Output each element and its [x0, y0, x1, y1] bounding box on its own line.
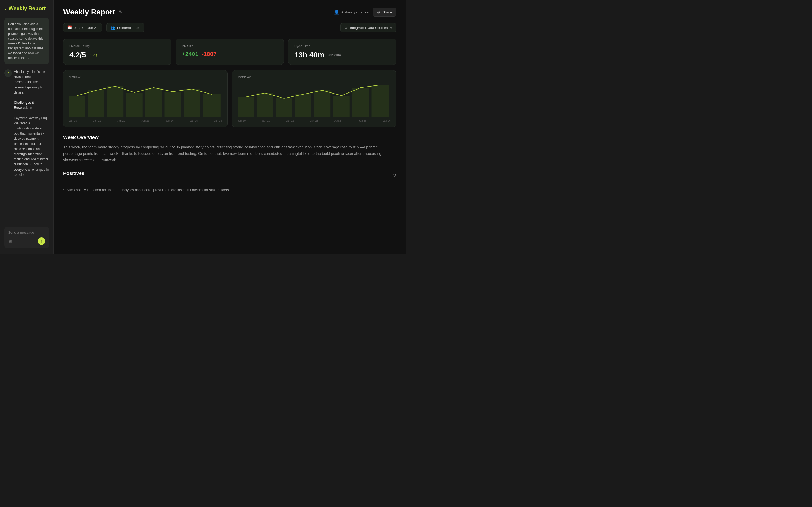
svg-rect-13 [333, 96, 350, 117]
positives-section: Positives ∨ • Successfully launched an u… [63, 171, 396, 192]
chat-input-area: ⌘ ↑ [4, 227, 49, 248]
svg-rect-9 [257, 93, 273, 117]
svg-rect-12 [314, 90, 330, 117]
integration-icon: ⚙ [345, 25, 348, 30]
main-header: Weekly Report ✎ 👤 Aishwarya Sankar ⊙ Sha… [63, 7, 396, 17]
metric2-chart-card: Metric #2 Jan 20 Jan 21 [232, 70, 396, 127]
filter-bar: 📅 Jan 20 - Jan 27 👥 Frontend Team ⚙ Inte… [63, 23, 396, 32]
pr-size-card: PR Size +2401 -1807 [176, 39, 284, 65]
overall-rating-value: 4.2/5 [69, 51, 86, 59]
cycle-time-label: Cycle Time [294, 44, 390, 48]
svg-rect-2 [107, 86, 123, 117]
svg-rect-14 [353, 88, 369, 117]
sidebar: ‹ Weekly Report Could you also add a not… [0, 0, 54, 253]
attachment-icon[interactable]: ⌘ [8, 239, 12, 244]
svg-rect-5 [165, 92, 181, 117]
up-arrow-icon: ↑ [96, 53, 98, 57]
metric2-chart [238, 82, 391, 117]
user-icon: 👤 [334, 10, 339, 15]
week-overview-text: This week, the team made steady progress… [63, 144, 396, 163]
overall-rating-delta: 1.2 ↑ [90, 53, 98, 57]
svg-rect-10 [276, 98, 292, 117]
ai-response-row: ↺ Absolutely! Here's the revised draft, … [4, 69, 49, 221]
svg-rect-11 [295, 94, 311, 117]
main-content: Weekly Report ✎ 👤 Aishwarya Sankar ⊙ Sha… [54, 0, 406, 253]
metric2-dates: Jan 20 Jan 21 Jan 22 Jan 23 Jan 24 Jan 2… [238, 119, 391, 122]
metric1-label: Metric #1 [69, 75, 222, 79]
delta-value: 1.2 [90, 53, 95, 57]
svg-rect-6 [184, 89, 200, 117]
chat-toolbar: ⌘ ↑ [8, 237, 45, 245]
metric1-chart [69, 82, 222, 117]
pr-size-label: PR Size [182, 44, 278, 48]
title-row: Weekly Report ✎ [63, 8, 122, 16]
user-chat-bubble: Could you also add a note about the bug … [4, 18, 49, 64]
ai-section-title: Challenges & Resolutions [14, 101, 34, 110]
positives-header[interactable]: Positives ∨ [63, 171, 396, 184]
metrics-row: Overall Rating 4.2/5 1.2 ↑ PR Size +2401… [63, 39, 396, 65]
share-label: Share [382, 10, 392, 14]
send-icon: ↑ [41, 239, 43, 243]
send-button[interactable]: ↑ [38, 237, 45, 245]
down-arrow-icon: ↓ [342, 53, 344, 57]
svg-rect-4 [145, 88, 162, 117]
ai-avatar-icon: ↺ [6, 71, 10, 75]
positives-title: Positives [63, 171, 84, 176]
team-filter[interactable]: 👥 Frontend Team [106, 23, 144, 32]
svg-rect-8 [238, 97, 254, 117]
pr-additions: +2401 [182, 51, 198, 58]
charts-row: Metric #1 Jan 20 Jan 21 [63, 70, 396, 127]
integrated-sources-filter[interactable]: ⚙ Integrated Data Sources ∨ [340, 23, 396, 32]
svg-rect-15 [372, 85, 389, 117]
user-label: 👤 Aishwarya Sankar [334, 10, 370, 15]
chat-input[interactable] [8, 230, 45, 234]
svg-rect-3 [126, 93, 143, 117]
week-overview-section: Week Overview This week, the team made s… [63, 135, 396, 163]
cycle-time-delta: -3h 20m ↓ [328, 53, 343, 57]
page-title: Weekly Report [63, 8, 115, 16]
share-button[interactable]: ⊙ Share [373, 7, 396, 17]
bullet-1-text: Successfully launched an updated analyti… [67, 188, 233, 192]
calendar-icon: 📅 [67, 25, 72, 30]
svg-rect-1 [88, 90, 105, 117]
date-range-label: Jan 20 - Jan 27 [74, 26, 98, 30]
team-icon: 👥 [110, 25, 115, 30]
svg-rect-7 [203, 94, 221, 117]
week-overview-title: Week Overview [63, 135, 396, 140]
svg-rect-0 [69, 96, 85, 117]
user-name: Aishwarya Sankar [341, 10, 370, 14]
chevron-down-icon: ∨ [390, 26, 392, 30]
ai-intro: Absolutely! Here's the revised draft, in… [14, 70, 45, 94]
team-label: Frontend Team [117, 26, 140, 30]
header-actions: 👤 Aishwarya Sankar ⊙ Share [334, 7, 396, 17]
positives-chevron-icon[interactable]: ∨ [393, 173, 396, 178]
integrated-label: Integrated Data Sources [350, 26, 388, 30]
share-icon: ⊙ [377, 10, 380, 14]
ai-body: Payment Gateway Bug: We faced a configur… [14, 116, 49, 177]
cycle-time-value-row: 13h 40m -3h 20m ↓ [294, 51, 390, 59]
user-message-text: Could you also add a note about the bug … [8, 22, 44, 60]
positives-bullet-1: • Successfully launched an updated analy… [63, 188, 396, 192]
sidebar-title: Weekly Report [9, 5, 46, 11]
metric1-chart-card: Metric #1 Jan 20 Jan 21 [63, 70, 228, 127]
overall-rating-value-row: 4.2/5 1.2 ↑ [69, 51, 165, 59]
metric2-label: Metric #2 [238, 75, 391, 79]
edit-icon[interactable]: ✎ [118, 9, 122, 15]
pr-size-value-row: +2401 -1807 [182, 51, 278, 58]
ai-avatar: ↺ [4, 69, 12, 77]
overall-rating-label: Overall Rating [69, 44, 165, 48]
overall-rating-card: Overall Rating 4.2/5 1.2 ↑ [63, 39, 171, 65]
pr-deletions: -1807 [202, 51, 217, 58]
sidebar-header: ‹ Weekly Report [4, 5, 49, 11]
metric1-dates: Jan 20 Jan 21 Jan 22 Jan 23 Jan 24 Jan 2… [69, 119, 222, 122]
cycle-time-delta-value: -3h 20m [328, 53, 341, 57]
back-arrow-icon[interactable]: ‹ [4, 6, 6, 11]
date-range-filter[interactable]: 📅 Jan 20 - Jan 27 [63, 23, 102, 32]
ai-message-text: Absolutely! Here's the revised draft, in… [14, 69, 49, 221]
cycle-time-value: 13h 40m [294, 51, 324, 59]
cycle-time-card: Cycle Time 13h 40m -3h 20m ↓ [288, 39, 396, 65]
bullet-dot: • [63, 188, 65, 192]
